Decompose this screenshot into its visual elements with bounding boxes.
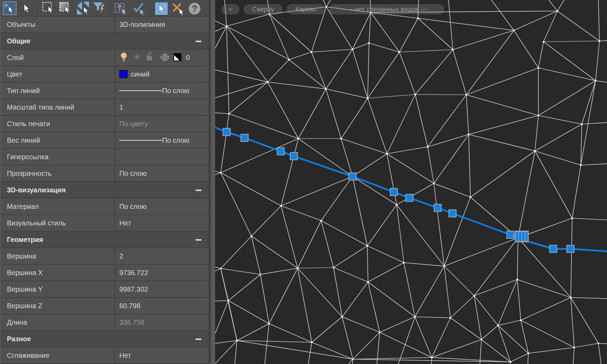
prop-value: По слою bbox=[119, 165, 147, 181]
collapse-icon[interactable] bbox=[196, 338, 201, 340]
prop-row-color: Цвет синий bbox=[0, 66, 208, 83]
prop-label: Материал bbox=[0, 199, 115, 214]
mesh-gray-edges bbox=[298, 41, 599, 268]
prop-value-cell[interactable]: 9987.302 bbox=[115, 281, 208, 297]
prop-value-cell[interactable]: По слою bbox=[115, 165, 208, 181]
clear-selection-button[interactable] bbox=[171, 1, 185, 15]
mesh-edges bbox=[215, 0, 607, 364]
linetype-sample bbox=[119, 140, 162, 141]
select-similar-button[interactable] bbox=[114, 1, 128, 15]
select-window-button[interactable] bbox=[42, 1, 56, 15]
section-title: Разное bbox=[0, 331, 186, 347]
prop-row-vertex: Вершина 2 bbox=[0, 248, 208, 265]
prop-label: Прозрачность bbox=[0, 165, 115, 181]
prop-row-visualstyle: Визуальный стиль Нет bbox=[0, 215, 208, 232]
polyline-grip[interactable] bbox=[567, 245, 574, 253]
view-direction-control[interactable]: Сверху bbox=[243, 4, 283, 14]
prop-row-lineweight: Вес линий По слою bbox=[0, 132, 208, 149]
linetype-sample bbox=[119, 90, 162, 91]
prop-label: Слой bbox=[0, 50, 115, 65]
prop-row-vertex-y: Вершина Y 9987.302 bbox=[0, 281, 208, 298]
invert-selection-button[interactable] bbox=[76, 1, 90, 15]
layer-state-icons[interactable] bbox=[119, 51, 183, 64]
collapse-icon[interactable] bbox=[196, 239, 201, 241]
tin-mesh-canvas bbox=[215, 0, 607, 364]
crossing-icon bbox=[59, 1, 72, 15]
prop-value-cell[interactable]: По слою bbox=[115, 132, 208, 148]
polyline-grip[interactable] bbox=[507, 231, 514, 239]
layer-on-icon[interactable] bbox=[121, 53, 127, 61]
prop-label: Стиль печати bbox=[0, 116, 115, 132]
select-crossing-button[interactable] bbox=[59, 1, 72, 15]
polyline-grip[interactable] bbox=[449, 210, 456, 217]
prop-label: Длина bbox=[0, 314, 115, 330]
prop-label: Вес линий bbox=[0, 132, 115, 148]
polyline-grip[interactable] bbox=[290, 153, 298, 160]
layer-plot-icon[interactable] bbox=[160, 53, 169, 61]
polyline-grips bbox=[223, 129, 574, 253]
polyline-grip[interactable] bbox=[550, 245, 557, 253]
panel-gutter bbox=[208, 0, 211, 364]
properties-grid: Объекты 3D-полилинияОбщие Слой bbox=[0, 17, 208, 364]
prop-value-cell[interactable]: По слою bbox=[115, 83, 208, 99]
prop-value-cell[interactable]: Нет bbox=[115, 347, 208, 363]
prop-value: По цвету bbox=[119, 116, 148, 132]
polyline-grip[interactable] bbox=[277, 148, 285, 155]
section-title: Геометрия bbox=[0, 232, 186, 247]
prop-value-cell[interactable]: Нет bbox=[115, 215, 208, 231]
prop-value: Нет bbox=[119, 215, 131, 231]
prop-value: 1 bbox=[119, 99, 123, 115]
layer-lock-icon[interactable] bbox=[147, 53, 152, 60]
prop-label: Вершина Y bbox=[0, 281, 115, 297]
prop-value: По слою bbox=[119, 199, 147, 214]
prop-value-cell[interactable]: 1 bbox=[115, 99, 208, 115]
cad-application-window: ? Объекты 3D-полилинияОбщие Слой bbox=[0, 0, 607, 364]
prop-row-ltscale: Масштаб типа линий 1 bbox=[0, 99, 208, 116]
prop-value-cell[interactable]: 0 bbox=[115, 50, 208, 65]
collapse-icon[interactable] bbox=[196, 41, 201, 42]
object-row-label: Объекты bbox=[0, 17, 115, 32]
panel-scrollbar[interactable] bbox=[211, 0, 215, 364]
polyline-grip[interactable] bbox=[349, 173, 356, 180]
prop-value-cell[interactable]: По цвету bbox=[115, 116, 208, 132]
prop-row-plotstyle: Стиль печати По цвету bbox=[0, 116, 208, 132]
polyline-grip[interactable] bbox=[241, 134, 248, 142]
prop-label: Масштаб типа линий bbox=[0, 99, 115, 115]
prop-value-cell[interactable]: 336.758 bbox=[115, 314, 208, 330]
highlight-selection-button[interactable] bbox=[155, 1, 169, 15]
prop-label: Цвет bbox=[0, 66, 115, 82]
cursor-icon bbox=[20, 1, 34, 15]
visual-style-control[interactable]: Каркас bbox=[287, 4, 325, 14]
layer-color-icon[interactable] bbox=[173, 53, 181, 61]
object-row-value[interactable]: 3D-полилиния bbox=[115, 17, 208, 32]
color-swatch bbox=[119, 70, 128, 78]
polyline-grip[interactable] bbox=[390, 189, 398, 196]
append-to-selection-button[interactable] bbox=[3, 1, 17, 15]
select-objects-button[interactable] bbox=[20, 1, 34, 15]
toolbar-separator bbox=[150, 3, 150, 13]
help-button[interactable]: ? bbox=[188, 1, 202, 15]
prop-value-cell[interactable]: синий bbox=[115, 66, 208, 82]
prop-value-cell[interactable]: По слою bbox=[115, 199, 208, 214]
apply-selection-button[interactable] bbox=[132, 1, 146, 15]
drawing-viewport[interactable]: +СверхуКаркас--- нет связанных видов --- bbox=[215, 0, 607, 364]
layer-freeze-icon[interactable] bbox=[134, 54, 140, 60]
prop-value-cell[interactable]: 60.798 bbox=[115, 298, 208, 314]
section-header-3dvis: 3D-визуализация bbox=[0, 182, 208, 199]
prop-value-cell[interactable] bbox=[115, 149, 208, 165]
prop-value-cell[interactable]: 9736.722 bbox=[115, 265, 208, 281]
polyline-grip[interactable] bbox=[406, 194, 413, 202]
linked-views-control[interactable]: --- нет связанных видов --- bbox=[329, 4, 444, 14]
linetype-name: По слою bbox=[162, 132, 189, 148]
prop-row-linetype: Тип линий По слою bbox=[0, 83, 208, 99]
polyline-grip[interactable] bbox=[434, 204, 441, 212]
toolbar-separator bbox=[110, 3, 110, 13]
polyline-grip[interactable] bbox=[223, 129, 230, 136]
help-icon: ? bbox=[188, 1, 202, 15]
collapse-icon[interactable] bbox=[196, 190, 201, 191]
selected-3d-polyline[interactable] bbox=[215, 125, 607, 252]
selection-filter-button[interactable] bbox=[92, 1, 106, 15]
prop-value: 60.798 bbox=[119, 298, 140, 314]
viewport-plus-control[interactable]: + bbox=[221, 4, 239, 14]
prop-value-cell[interactable]: 2 bbox=[115, 248, 208, 264]
